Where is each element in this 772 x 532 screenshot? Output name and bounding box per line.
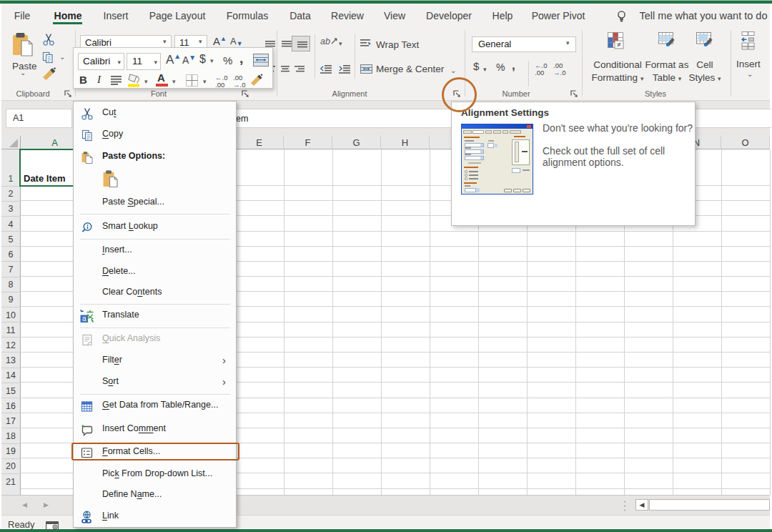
svg-text:a: a <box>82 315 86 322</box>
